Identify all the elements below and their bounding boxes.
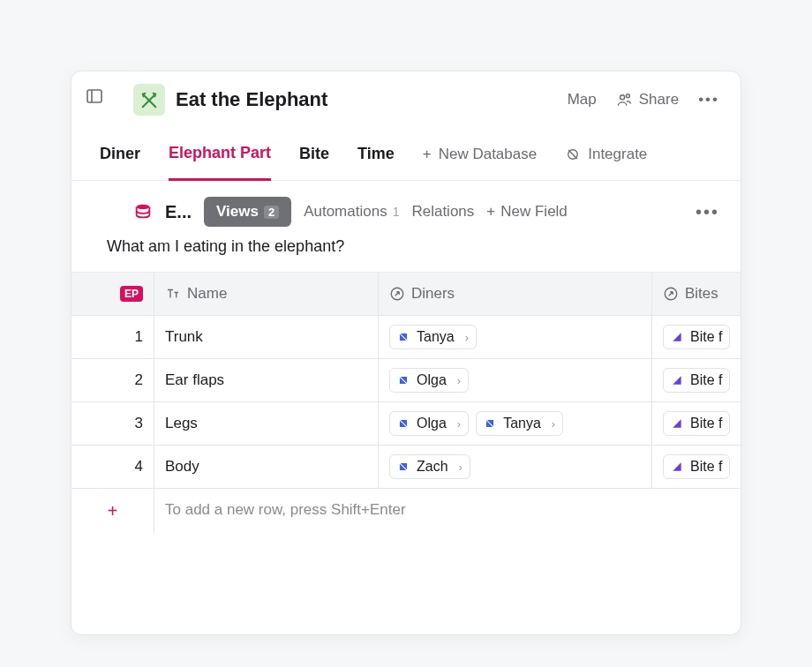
diner-icon (484, 417, 496, 430)
cell-diners[interactable]: Zach› (379, 446, 652, 489)
tab-bite[interactable]: Bite (299, 129, 329, 179)
plus-icon: + (423, 146, 432, 163)
automations-count: 1 (393, 205, 400, 219)
cell-bites[interactable]: Bite f (652, 446, 741, 489)
new-field-button[interactable]: + New Field (486, 203, 568, 221)
text-type-icon (165, 286, 181, 302)
add-row-plus-icon[interactable]: + (71, 489, 154, 534)
diner-icon (397, 331, 410, 343)
table-row[interactable]: 3LegsOlga›Tanya›Bite f (71, 402, 741, 446)
data-table: EP Name Diners (71, 272, 741, 534)
diner-tag[interactable]: Tanya› (389, 325, 477, 349)
relations-button[interactable]: Relations (411, 203, 474, 221)
add-row[interactable]: + To add a new row, press Shift+Enter (71, 489, 741, 534)
row-number: 1 (71, 316, 154, 359)
page-title[interactable]: Eat the Elephant (176, 88, 568, 111)
views-button[interactable]: Views 2 (204, 197, 291, 227)
chevron-right-icon: › (465, 331, 469, 344)
cell-bites[interactable]: Bite f (652, 316, 741, 359)
cell-bites[interactable]: Bite f (652, 359, 741, 402)
tab-time[interactable]: Time (357, 129, 395, 179)
diner-tag[interactable]: Olga› (389, 368, 469, 393)
svg-point-5 (137, 205, 150, 210)
integrate-icon (565, 146, 581, 162)
chevron-right-icon: › (552, 417, 555, 431)
bite-icon (671, 331, 683, 343)
relation-icon (389, 286, 405, 302)
cell-diners[interactable]: Olga› (379, 359, 652, 402)
diner-icon (397, 461, 410, 473)
subbar-more-icon[interactable]: ••• (695, 202, 719, 222)
database-description[interactable]: What am I eating in the elephant? (71, 236, 741, 272)
relation-icon (663, 286, 679, 302)
diner-tag[interactable]: Tanya› (476, 411, 563, 436)
column-name[interactable]: Name (154, 273, 379, 316)
svg-rect-0 (87, 90, 102, 102)
cell-bites[interactable]: Bite f (652, 402, 741, 446)
database-tabs: Diner Elephant Part Bite Time + New Data… (71, 128, 741, 181)
more-menu-icon[interactable]: ••• (698, 91, 719, 109)
row-number: 3 (71, 402, 154, 446)
ep-badge: EP (120, 286, 143, 302)
database-name[interactable]: E... (165, 202, 192, 222)
share-label: Share (639, 91, 679, 109)
add-row-hint: To add a new row, press Shift+Enter (154, 489, 741, 534)
tab-diner[interactable]: Diner (100, 129, 140, 179)
column-diners[interactable]: Diners (379, 273, 652, 316)
diner-icon (397, 417, 410, 430)
bite-tag[interactable]: Bite f (663, 454, 730, 479)
bite-tag[interactable]: Bite f (663, 411, 730, 436)
share-button[interactable]: Share (616, 91, 679, 109)
app-window: Eat the Elephant Map Share ••• Diner Ele… (71, 71, 741, 635)
automations-button[interactable]: Automations 1 (304, 203, 399, 221)
cell-name[interactable]: Trunk (154, 316, 379, 359)
column-badge[interactable]: EP (71, 273, 154, 316)
cell-name[interactable]: Ear flaps (154, 359, 379, 402)
tab-elephant-part[interactable]: Elephant Part (169, 128, 271, 181)
cell-diners[interactable]: Tanya› (379, 316, 652, 359)
integrate-button[interactable]: Integrate (565, 146, 647, 163)
table-row[interactable]: 1TrunkTanya›Bite f (71, 316, 741, 359)
doc-emoji-icon (133, 84, 165, 116)
svg-point-2 (620, 94, 624, 99)
bite-icon (671, 461, 683, 473)
map-button[interactable]: Map (568, 91, 597, 109)
database-subbar: E... Views 2 Automations 1 Relations + N… (71, 181, 741, 236)
diner-tag[interactable]: Olga› (389, 411, 469, 436)
page-header: Eat the Elephant Map Share ••• (71, 71, 741, 128)
diner-tag[interactable]: Zach› (389, 454, 470, 479)
bite-icon (671, 417, 683, 430)
chevron-right-icon: › (457, 374, 461, 387)
row-number: 2 (71, 359, 154, 402)
table-header: EP Name Diners (71, 273, 741, 316)
bite-icon (671, 374, 683, 386)
cell-name[interactable]: Legs (154, 402, 379, 446)
bite-tag[interactable]: Bite f (663, 368, 730, 393)
column-bites[interactable]: Bites (652, 273, 741, 316)
cell-name[interactable]: Body (154, 446, 379, 489)
bite-tag[interactable]: Bite f (663, 325, 730, 349)
new-database-button[interactable]: + New Database (423, 146, 537, 163)
cell-diners[interactable]: Olga›Tanya› (379, 402, 652, 446)
views-count: 2 (264, 206, 279, 219)
header-actions: Map Share ••• (568, 91, 719, 109)
svg-point-3 (626, 94, 629, 97)
row-number: 4 (71, 446, 154, 489)
table-row[interactable]: 4BodyZach›Bite f (71, 446, 741, 489)
diner-icon (397, 374, 410, 386)
plus-icon: + (486, 203, 495, 221)
chevron-right-icon: › (457, 417, 461, 431)
database-icon (133, 202, 153, 221)
chevron-right-icon: › (459, 461, 462, 474)
sidebar-toggle-icon[interactable] (86, 87, 103, 105)
table-row[interactable]: 2Ear flapsOlga›Bite f (71, 359, 741, 402)
